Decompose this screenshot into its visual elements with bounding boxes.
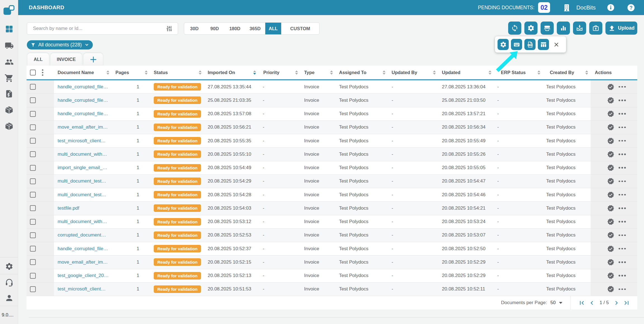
document-link[interactable]: handle_corrupted_file… bbox=[58, 246, 108, 252]
per-page-caret-icon[interactable] bbox=[559, 302, 562, 304]
info-icon[interactable] bbox=[607, 4, 615, 11]
verified-badge-icon[interactable] bbox=[607, 272, 614, 279]
range-180d[interactable]: 180D bbox=[225, 23, 245, 34]
verified-badge-icon[interactable] bbox=[607, 218, 614, 225]
verified-badge-icon[interactable] bbox=[607, 231, 614, 239]
mail-import-button[interactable] bbox=[573, 22, 586, 35]
verified-badge-icon[interactable] bbox=[607, 178, 614, 185]
next-page-icon[interactable] bbox=[612, 299, 621, 307]
row-checkbox[interactable] bbox=[30, 205, 36, 211]
range-90d[interactable]: 90D bbox=[204, 23, 224, 34]
popup-columns-button[interactable] bbox=[538, 39, 549, 50]
popup-log-button[interactable]: LOG bbox=[524, 39, 536, 50]
document-link[interactable]: multi_document_test… bbox=[58, 192, 106, 198]
document-link[interactable]: move_email_after_im… bbox=[58, 259, 108, 265]
upload-button[interactable]: Upload bbox=[605, 22, 637, 35]
row-kebab-icon[interactable] bbox=[619, 207, 626, 209]
column-header-assigned-to[interactable]: Assigned To bbox=[335, 66, 388, 79]
table-row[interactable]: corrupted_document… 1 Ready for validati… bbox=[27, 229, 637, 242]
verified-badge-icon[interactable] bbox=[607, 151, 614, 158]
column-header-type[interactable]: Type bbox=[300, 66, 335, 79]
row-kebab-icon[interactable] bbox=[619, 235, 626, 236]
docbits-logo-icon[interactable] bbox=[3, 5, 15, 15]
table-row[interactable]: multi_document_test… 1 Ready for validat… bbox=[27, 175, 637, 188]
column-header-document-name[interactable]: Document Name bbox=[54, 66, 112, 79]
row-kebab-icon[interactable] bbox=[619, 181, 626, 182]
row-checkbox[interactable] bbox=[30, 138, 36, 144]
document-link[interactable]: import_single_email_… bbox=[58, 165, 107, 171]
row-kebab-icon[interactable] bbox=[619, 248, 626, 250]
table-row[interactable]: handle_corrupted_file… 1 Ready for valid… bbox=[27, 242, 637, 256]
verified-badge-icon[interactable] bbox=[607, 191, 614, 198]
column-header-imported-on[interactable]: Imported On bbox=[204, 66, 259, 79]
row-kebab-icon[interactable] bbox=[619, 261, 626, 263]
row-kebab-icon[interactable] bbox=[619, 167, 626, 169]
table-row[interactable]: import_single_email_… 1 Ready for valida… bbox=[27, 161, 637, 175]
document-link[interactable]: handle_corrupted_file… bbox=[58, 98, 108, 103]
sidebar-item-orders[interactable] bbox=[0, 105, 18, 115]
row-checkbox[interactable] bbox=[30, 111, 36, 117]
row-checkbox[interactable] bbox=[30, 84, 36, 90]
help-icon[interactable]: ? bbox=[627, 4, 635, 12]
column-header-updated[interactable]: Updated bbox=[438, 66, 494, 79]
row-kebab-icon[interactable] bbox=[619, 100, 626, 101]
row-checkbox[interactable] bbox=[30, 273, 36, 279]
search-input[interactable] bbox=[27, 26, 166, 31]
popup-close-button[interactable] bbox=[553, 41, 560, 48]
verified-badge-icon[interactable] bbox=[607, 137, 614, 145]
table-row[interactable]: test_microsoft_client… 1 Ready for valid… bbox=[27, 134, 637, 148]
table-row[interactable]: handle_corrupted_file… 1 Ready for valid… bbox=[27, 107, 637, 121]
row-checkbox[interactable] bbox=[30, 192, 36, 198]
document-link[interactable]: multi_document_test… bbox=[58, 178, 106, 184]
statistics-button[interactable] bbox=[557, 22, 570, 35]
tune-icon[interactable] bbox=[166, 25, 178, 32]
document-link[interactable]: test_microsoft_client… bbox=[58, 138, 106, 144]
row-checkbox[interactable] bbox=[30, 178, 36, 184]
select-all-checkbox[interactable] bbox=[30, 70, 36, 75]
table-row[interactable]: handle_corrupted_file… 1 Ready for valid… bbox=[27, 80, 637, 94]
column-header-erp-status[interactable]: ERP Status bbox=[494, 66, 543, 79]
table-row[interactable]: handle_corrupted_file… 1 Ready for valid… bbox=[27, 94, 637, 107]
tab-invoice[interactable]: INVOICE bbox=[51, 53, 82, 66]
row-checkbox[interactable] bbox=[30, 259, 36, 265]
row-kebab-icon[interactable] bbox=[619, 288, 626, 290]
row-checkbox[interactable] bbox=[30, 286, 36, 292]
sidebar-item-purchasing[interactable] bbox=[0, 74, 18, 83]
popup-keyboard-button[interactable] bbox=[511, 39, 522, 50]
row-kebab-icon[interactable] bbox=[619, 140, 626, 142]
settings-button[interactable] bbox=[524, 22, 538, 35]
row-checkbox[interactable] bbox=[30, 219, 36, 225]
table-row[interactable]: testfile.pdf 1 Ready for validation 20.0… bbox=[27, 202, 637, 215]
verified-badge-icon[interactable] bbox=[607, 205, 614, 212]
sidebar-item-shipping[interactable] bbox=[0, 41, 18, 50]
row-kebab-icon[interactable] bbox=[619, 113, 626, 115]
sidebar-item-deliveries[interactable] bbox=[0, 122, 18, 131]
document-link[interactable]: test_google_client_20… bbox=[58, 273, 108, 278]
popup-settings-button[interactable] bbox=[498, 39, 509, 50]
row-checkbox[interactable] bbox=[30, 151, 36, 157]
first-page-icon[interactable] bbox=[578, 299, 586, 307]
tab-all[interactable]: ALL bbox=[27, 53, 49, 66]
range-custom[interactable]: CUSTOM bbox=[281, 23, 319, 34]
table-row[interactable]: move_email_after_im… 1 Ready for validat… bbox=[27, 256, 637, 269]
verified-badge-icon[interactable] bbox=[607, 285, 614, 293]
sidebar-item-profile[interactable] bbox=[0, 294, 18, 302]
sidebar-item-support[interactable] bbox=[0, 278, 18, 287]
table-row[interactable]: test_microsoft_client… 1 Ready for valid… bbox=[27, 283, 637, 296]
document-link[interactable]: multi_document_with… bbox=[58, 152, 107, 157]
sidebar-item-dashboard[interactable] bbox=[0, 25, 18, 33]
sidebar-item-users[interactable] bbox=[0, 58, 18, 67]
column-header-status[interactable]: Status bbox=[150, 66, 204, 79]
header-kebab-icon[interactable] bbox=[42, 69, 43, 76]
sidebar-item-invoices[interactable] bbox=[0, 89, 18, 98]
column-header-updated-by[interactable]: Updated By bbox=[388, 66, 438, 79]
row-checkbox[interactable] bbox=[30, 124, 36, 130]
row-kebab-icon[interactable] bbox=[619, 194, 626, 196]
range-all[interactable]: ALL bbox=[265, 23, 281, 34]
document-link[interactable]: test_microsoft_client… bbox=[58, 286, 106, 292]
sidebar-item-settings[interactable] bbox=[0, 262, 18, 271]
verified-badge-icon[interactable] bbox=[607, 97, 614, 104]
row-kebab-icon[interactable] bbox=[619, 275, 626, 276]
verified-badge-icon[interactable] bbox=[607, 164, 614, 171]
table-row[interactable]: move_email_after_im… 1 Ready for validat… bbox=[27, 121, 637, 134]
